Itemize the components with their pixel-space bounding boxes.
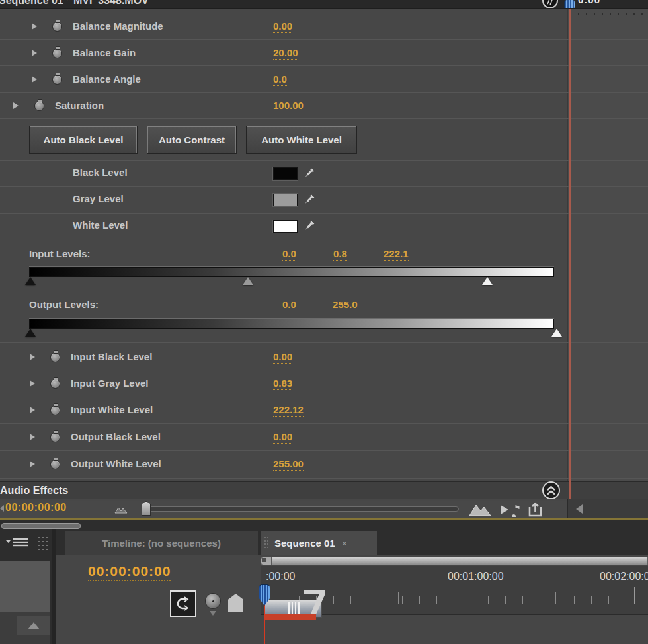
zoom-out-icon[interactable] [114,505,128,514]
param-label: Output Black Level [71,431,161,442]
gray-level-swatch[interactable] [273,194,298,206]
effect-controls-mini-timeline[interactable] [567,9,648,499]
input-gamma-slider[interactable] [243,277,253,285]
divider [0,186,648,187]
export-icon[interactable] [527,501,544,518]
disclosure-triangle-icon[interactable] [30,407,35,413]
eyedropper-icon[interactable] [304,193,316,205]
audio-effects-header[interactable]: Audio Effects [0,481,648,499]
encore-chapter-marker-button[interactable] [205,593,221,609]
output-black-slider[interactable] [25,329,36,337]
param-value[interactable]: 0.00 [273,351,292,364]
disclosure-triangle-icon[interactable] [32,23,37,30]
close-icon[interactable]: × [342,538,347,549]
ruler-label: 00:01:00:00 [448,571,504,583]
disclosure-triangle-icon[interactable] [30,434,35,440]
output-white-slider[interactable] [551,329,562,337]
premiere-workspace: Balance Magnitude 0.00 Balance Gain 20.0… [0,0,648,644]
input-levels-gradient[interactable] [29,267,554,277]
param-label: Input Gray Level [71,378,149,389]
param-value[interactable]: 0.00 [273,20,292,33]
input-black-slider[interactable] [25,277,36,285]
scroll-up-icon [28,622,40,629]
work-area-bar-grip[interactable] [288,602,302,615]
snap-toggle-button[interactable] [170,590,196,617]
stopwatch-icon[interactable] [52,75,62,85]
white-level-swatch[interactable] [273,220,298,233]
param-value[interactable]: 255.00 [273,458,304,471]
eyedropper-icon[interactable] [304,167,316,179]
fx-badge-icon[interactable] [542,0,558,9]
zoom-in-icon[interactable] [468,503,492,516]
param-label: Balance Gain [73,47,136,58]
disclosure-triangle-icon[interactable] [32,50,37,56]
param-value[interactable]: 0.0 [273,73,287,86]
panel-menu-icon[interactable] [5,537,29,549]
stopwatch-icon[interactable] [50,379,60,389]
stopwatch-icon[interactable] [50,460,60,469]
output-white-value[interactable]: 255.0 [333,299,358,311]
param-value[interactable]: 0.00 [273,431,292,444]
scroll-up-button[interactable] [17,616,50,635]
timeline-tab-bar: Timeline: (no sequences) Sequence 01 × [0,529,648,555]
param-value[interactable]: 0.83 [273,378,292,390]
side-panel-scrollbar [0,612,50,644]
disclosure-triangle-icon[interactable] [30,354,35,360]
stopwatch-icon[interactable] [34,101,44,111]
input-gamma-value[interactable]: 0.8 [333,248,347,261]
stopwatch-icon[interactable] [50,352,60,362]
timeline-zoom-scrollbar[interactable] [261,557,648,565]
play-audio-icon[interactable] [499,503,523,517]
param-value[interactable]: 222.12 [273,404,304,417]
input-white-value[interactable]: 222.1 [384,248,409,261]
collapse-chevrons-icon[interactable] [542,481,560,499]
input-levels-label: Input Levels: [29,248,91,259]
picker-label: Black Level [73,167,128,178]
output-levels-gradient[interactable] [29,319,554,329]
ruler-label: :00:00 [266,571,295,583]
scroll-left-icon[interactable] [0,505,4,512]
input-black-value[interactable]: 0.0 [282,248,296,261]
output-black-value[interactable]: 0.0 [282,299,296,311]
stopwatch-icon[interactable] [50,432,60,442]
tab-sequence-01[interactable]: Sequence 01 × [261,531,377,555]
mini-timeline-scrollbar[interactable] [567,499,648,518]
effect-controls-header: Sequence 01 * MVI_3348.MOV 0:00 [0,0,648,9]
divider [0,450,648,451]
ruler-mid-tick [555,592,556,604]
auto-white-level-button[interactable]: Auto White Level [246,126,357,154]
auto-black-level-button[interactable]: Auto Black Level [29,126,138,154]
zoom-slider-handle[interactable] [142,501,151,516]
horizontal-scrollbar-thumb[interactable] [1,523,81,529]
stopwatch-icon[interactable] [52,48,62,58]
render-bar-red [264,614,316,620]
input-white-slider[interactable] [482,277,493,285]
auto-contrast-button[interactable]: Auto Contrast [147,126,237,154]
disclosure-triangle-icon[interactable] [30,461,35,467]
disclosure-triangle-icon[interactable] [13,102,19,109]
unnumbered-marker-button[interactable] [228,594,243,612]
tab-timeline-no-sequences[interactable]: Timeline: (no sequences) [65,531,258,555]
disclosure-triangle-icon[interactable] [32,76,37,83]
playhead-line[interactable] [264,602,265,644]
timeline-zoom-scrollbar-left-handle[interactable] [261,557,272,565]
marker-dropdown-icon[interactable] [210,611,216,616]
black-level-swatch[interactable] [273,167,298,180]
scroll-left-icon[interactable] [576,504,583,514]
mini-ruler-timecode: 0:00 [578,0,600,5]
ruler-label: 00:02:00:00 [600,571,648,583]
disclosure-triangle-icon[interactable] [30,380,35,387]
stopwatch-icon[interactable] [52,22,62,32]
param-value[interactable]: 20.00 [273,47,298,60]
eyedropper-icon[interactable] [304,220,316,231]
timeline-current-timecode[interactable]: 00:00:00:00 [88,563,171,581]
audio-effects-label: Audio Effects [0,485,68,497]
stopwatch-icon[interactable] [50,405,60,415]
param-value[interactable]: 100.00 [273,100,304,112]
divider [0,160,648,161]
picker-label: White Level [73,220,128,231]
mini-playhead-handle[interactable] [564,0,575,9]
effect-controls-playhead-line[interactable] [569,9,571,499]
zoom-slider-track[interactable] [145,506,459,512]
current-timecode[interactable]: 00:00:00:00 [5,502,67,514]
